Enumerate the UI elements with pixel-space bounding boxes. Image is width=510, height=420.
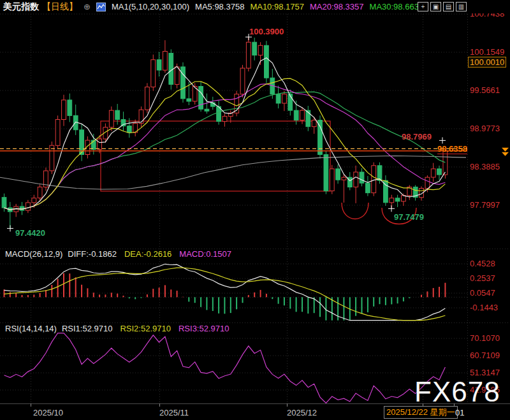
rsi-title: RSI(14,14,14) xyxy=(5,324,57,333)
ma-group-label: MA1(5,10,20,30,100) xyxy=(112,2,189,11)
symbol-name: 美元指数 xyxy=(3,1,39,13)
panel-rows-icon[interactable]: ▤ xyxy=(443,2,454,11)
macd-histogram-value: MACD:0.1507 xyxy=(179,249,231,259)
add-indicator-icon[interactable]: ⊕ xyxy=(84,2,91,11)
pan-icon[interactable]: + xyxy=(418,2,428,11)
ma10-value: MA10:98.1757 xyxy=(250,2,304,11)
ma5-value: MA5:98.3758 xyxy=(195,2,244,11)
macd-title: MACD(26,12,9) xyxy=(5,249,62,259)
watermark: FX678 xyxy=(414,376,500,408)
chart-app-window: 美元指数 【日线】 ⊕ MA1(5,10,20,30,100) MA5:98.3… xyxy=(0,0,510,420)
ma20-value: MA20:98.3357 xyxy=(310,2,364,11)
period-selector[interactable]: 【日线】 xyxy=(42,1,78,13)
chart-type-icon[interactable] xyxy=(96,3,106,11)
panel-cols-icon[interactable]: ▥ xyxy=(456,2,467,11)
ma30-value: MA30:98.663 xyxy=(370,2,419,11)
macd-dea-value: DEA:-0.2616 xyxy=(124,249,171,259)
rsi-header: RSI(14,14,14) RSI1:52.9710 RSI2:52.9710 … xyxy=(5,324,229,333)
panel-grid-icon[interactable]: ▣ xyxy=(430,2,441,11)
macd-diff-value: DIFF:-0.1862 xyxy=(68,249,117,259)
chart-canvas[interactable] xyxy=(0,0,510,420)
rsi3-value: RSI3:52.9710 xyxy=(178,324,229,333)
chart-toolbar: +▣▤▥ xyxy=(418,2,467,11)
rsi2-value: RSI2:52.9710 xyxy=(120,324,171,333)
rsi1-value: RSI1:52.9710 xyxy=(62,324,113,333)
macd-header: MACD(26,12,9) DIFF:-0.1862 DEA:-0.2616 M… xyxy=(5,249,231,259)
